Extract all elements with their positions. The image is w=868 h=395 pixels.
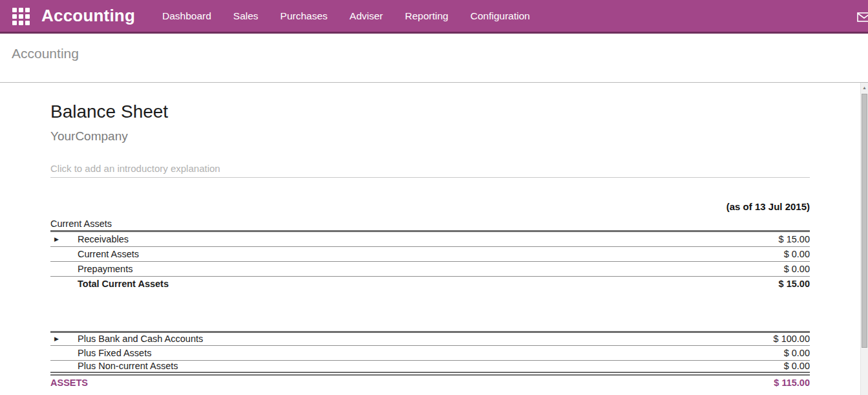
top-nav-bar: Accounting Dashboard Sales Purchases Adv… (0, 0, 868, 34)
row-label: Prepayments (78, 264, 784, 274)
balance-sheet-table: (as of 13 Jul 2015) Current Assets ▶ Rec… (50, 199, 810, 390)
row-value: $ 15.00 (779, 279, 810, 289)
row-label: Plus Non-current Assets (78, 361, 784, 371)
intro-placeholder[interactable]: Click to add an introductory explanation (50, 163, 810, 178)
report-row-bank-cash: ▶ Plus Bank and Cash Accounts $ 100.00 (50, 331, 810, 346)
report-row-total-current-assets: Total Current Assets $ 15.00 (50, 277, 810, 292)
envelope-icon[interactable] (857, 12, 868, 22)
menu-item-sales[interactable]: Sales (233, 10, 259, 22)
row-value: $ 0.00 (784, 348, 810, 358)
menu-item-configuration[interactable]: Configuration (471, 10, 530, 22)
scrollbar-up-arrow-icon[interactable]: ▲ (861, 85, 868, 91)
apps-grid-icon[interactable] (12, 7, 30, 25)
expand-arrow-icon[interactable]: ▶ (50, 336, 78, 342)
row-value: $ 0.00 (784, 361, 810, 371)
row-label: Total Current Assets (78, 279, 779, 289)
column-header-date: (as of 13 Jul 2015) (50, 199, 810, 217)
report-row-receivables: ▶ Receivables $ 15.00 (50, 232, 810, 247)
report-row-fixed-assets: Plus Fixed Assets $ 0.00 (50, 346, 810, 361)
report-row-non-current-assets: Plus Non-current Assets $ 0.00 (50, 361, 810, 376)
menu-item-dashboard[interactable]: Dashboard (162, 10, 211, 22)
row-label: ASSETS (50, 378, 774, 388)
row-label: Current Assets (50, 219, 810, 229)
row-value: $ 15.00 (779, 234, 810, 244)
breadcrumb: Accounting (12, 46, 79, 61)
row-value: $ 100.00 (774, 334, 810, 344)
expand-arrow-icon[interactable]: ▶ (50, 236, 78, 242)
report-row-prepayments: Prepayments $ 0.00 (50, 262, 810, 277)
app-title[interactable]: Accounting (41, 6, 135, 26)
row-label: Plus Bank and Cash Accounts (78, 334, 774, 344)
menu-item-adviser[interactable]: Adviser (350, 10, 383, 22)
menu-item-purchases[interactable]: Purchases (281, 10, 328, 22)
row-label: Receivables (78, 234, 779, 244)
main-menu: Dashboard Sales Purchases Adviser Report… (162, 10, 530, 22)
scrollbar-thumb[interactable] (862, 94, 867, 348)
report-row-current-assets: Current Assets $ 0.00 (50, 247, 810, 262)
report-sheet: Balance Sheet YourCompany Click to add a… (0, 83, 860, 390)
row-label: Current Assets (78, 249, 784, 259)
menu-item-reporting[interactable]: Reporting (405, 10, 449, 22)
empty-row (50, 292, 810, 331)
report-row-assets-total: ASSETS $ 115.00 (50, 376, 810, 390)
row-value: $ 0.00 (784, 249, 810, 259)
row-value: $ 0.00 (784, 264, 810, 274)
row-value: $ 115.00 (774, 378, 810, 388)
row-label: Plus Fixed Assets (78, 348, 784, 358)
vertical-scrollbar[interactable]: ▲ (860, 83, 868, 395)
page-title: Balance Sheet (50, 102, 810, 122)
breadcrumb-bar: Accounting (0, 34, 868, 83)
section-row-current-assets: Current Assets (50, 217, 810, 232)
company-name: YourCompany (50, 129, 810, 144)
